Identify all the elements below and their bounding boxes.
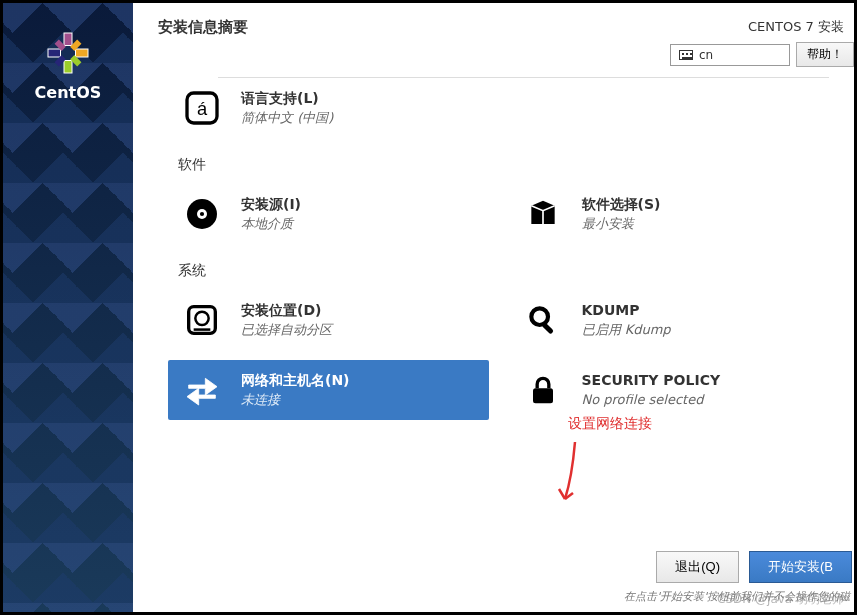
keyboard-layout-selector[interactable]: cn <box>670 44 790 66</box>
spoke-network-hostname[interactable]: 网络和主机名(N) 未连接 <box>168 360 489 420</box>
network-arrows-icon <box>178 366 226 414</box>
svg-point-18 <box>195 312 208 325</box>
sidebar-brand: CentOS <box>35 83 102 102</box>
language-icon: á <box>178 84 226 132</box>
disc-icon <box>178 190 226 238</box>
keyboard-layout-label: cn <box>699 48 713 62</box>
spoke-sub: 已选择自动分区 <box>241 321 332 339</box>
keyboard-icon <box>679 50 693 60</box>
spoke-title: 网络和主机名(N) <box>241 371 350 391</box>
spoke-sub: 简体中文 (中国) <box>241 109 333 127</box>
spoke-sub: 最小安装 <box>582 215 661 233</box>
header: 安装信息摘要 CENTOS 7 安装 cn 帮助！ <box>133 3 854 77</box>
spoke-title: KDUMP <box>582 301 671 321</box>
content: á 语言支持(L) 简体中文 (中国) 软件 安装源(I) <box>133 77 854 543</box>
wrench-icon <box>519 296 567 344</box>
spoke-title: 安装源(I) <box>241 195 301 215</box>
help-button[interactable]: 帮助！ <box>796 42 854 67</box>
begin-install-button[interactable]: 开始安装(B <box>749 551 852 583</box>
spoke-installation-destination[interactable]: 安装位置(D) 已选择自动分区 <box>168 290 489 350</box>
spoke-title: SECURITY POLICY <box>582 371 721 391</box>
quit-button[interactable]: 退出(Q) <box>656 551 739 583</box>
svg-rect-6 <box>48 49 61 57</box>
page-title: 安装信息摘要 <box>158 18 248 37</box>
svg-rect-21 <box>541 322 554 335</box>
spoke-security-policy[interactable]: SECURITY POLICY No profile selected <box>509 360 830 420</box>
section-software-title: 软件 <box>178 156 829 174</box>
spoke-software-selection[interactable]: 软件选择(S) 最小安装 <box>509 184 830 244</box>
annotation-arrow-icon <box>557 437 587 517</box>
svg-point-16 <box>200 212 204 216</box>
spoke-title: 语言支持(L) <box>241 89 333 109</box>
main-area: 安装信息摘要 CENTOS 7 安装 cn 帮助！ á <box>133 3 854 612</box>
svg-rect-2 <box>76 49 89 57</box>
svg-text:á: á <box>197 98 208 119</box>
spoke-sub: 已启用 Kdump <box>582 321 671 339</box>
spoke-kdump[interactable]: KDUMP 已启用 Kdump <box>509 290 830 350</box>
spoke-title: 软件选择(S) <box>582 195 661 215</box>
lock-icon <box>519 366 567 414</box>
svg-rect-22 <box>533 388 553 403</box>
spoke-sub: 本地介质 <box>241 215 301 233</box>
spoke-install-source[interactable]: 安装源(I) 本地介质 <box>168 184 489 244</box>
svg-point-20 <box>531 308 548 325</box>
svg-rect-19 <box>194 328 211 331</box>
watermark: CSDN @java 萌萌老师 <box>717 591 844 608</box>
spoke-sub: No profile selected <box>582 391 721 409</box>
svg-rect-0 <box>64 33 72 46</box>
install-distro-label: CENTOS 7 安装 <box>748 18 854 36</box>
package-icon <box>519 190 567 238</box>
harddrive-icon <box>178 296 226 344</box>
sidebar: CentOS <box>3 3 133 612</box>
svg-rect-4 <box>64 61 72 74</box>
spoke-sub: 未连接 <box>241 391 350 409</box>
section-system-title: 系统 <box>178 262 829 280</box>
spoke-title: 安装位置(D) <box>241 301 332 321</box>
centos-logo-icon <box>43 28 93 78</box>
spoke-language-support[interactable]: á 语言支持(L) 简体中文 (中国) <box>168 78 489 138</box>
